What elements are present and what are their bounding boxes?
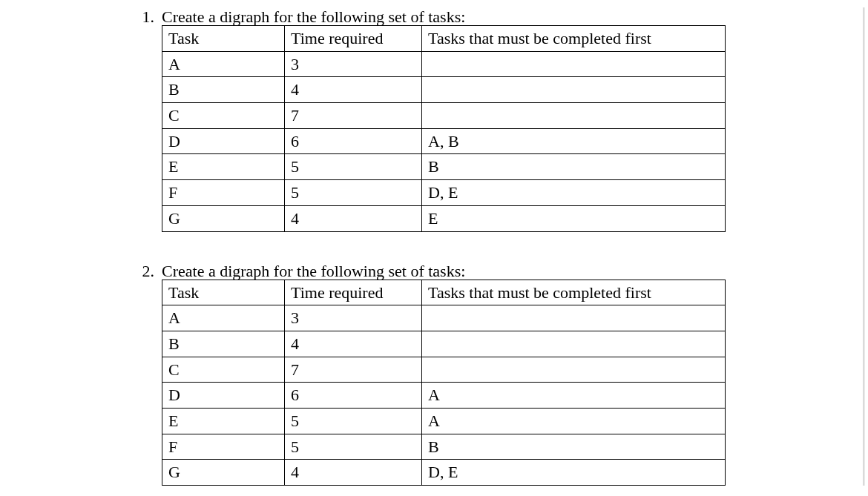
- cell-time: 5: [285, 154, 422, 180]
- table-row: F 5 B: [162, 434, 726, 460]
- cell-task: C: [162, 357, 285, 383]
- table-row: F 5 D, E: [162, 180, 726, 206]
- cell-prereq: B: [422, 434, 726, 460]
- cell-prereq: [422, 331, 726, 357]
- question-header: 1. Create a digraph for the following se…: [134, 7, 779, 27]
- table-row: B 4: [162, 77, 726, 103]
- cell-task: G: [162, 460, 285, 486]
- cell-prereq: A, B: [422, 128, 726, 154]
- cell-prereq: [422, 357, 726, 383]
- cell-task: G: [162, 205, 285, 231]
- table-row: A 3: [162, 305, 726, 331]
- cell-prereq: E: [422, 205, 726, 231]
- page-edge-shadow: [863, 7, 865, 486]
- question-prompt: Create a digraph for the following set o…: [162, 7, 779, 27]
- table-row: A 3: [162, 51, 726, 77]
- cell-time: 6: [285, 128, 422, 154]
- cell-prereq: [422, 51, 726, 77]
- cell-task: C: [162, 103, 285, 129]
- cell-prereq: [422, 305, 726, 331]
- header-task: Task: [162, 26, 285, 52]
- cell-task: F: [162, 434, 285, 460]
- cell-time: 4: [285, 331, 422, 357]
- cell-time: 7: [285, 103, 422, 129]
- content: 1. Create a digraph for the following se…: [0, 7, 868, 486]
- table-row: D 6 A: [162, 383, 726, 409]
- question-number: 1.: [134, 7, 162, 27]
- cell-prereq: [422, 103, 726, 129]
- cell-task: D: [162, 383, 285, 409]
- cell-time: 6: [285, 383, 422, 409]
- cell-prereq: B: [422, 154, 726, 180]
- table-row: G 4 D, E: [162, 460, 726, 486]
- cell-task: B: [162, 77, 285, 103]
- cell-time: 3: [285, 51, 422, 77]
- cell-prereq: D, E: [422, 180, 726, 206]
- cell-time: 5: [285, 408, 422, 434]
- cell-task: E: [162, 154, 285, 180]
- cell-task: D: [162, 128, 285, 154]
- cell-task: A: [162, 305, 285, 331]
- table-row: D 6 A, B: [162, 128, 726, 154]
- cell-task: B: [162, 331, 285, 357]
- page: 1. Create a digraph for the following se…: [0, 7, 868, 486]
- question-2: 2. Create a digraph for the following se…: [134, 262, 779, 486]
- header-task: Task: [162, 280, 285, 305]
- cell-time: 5: [285, 434, 422, 460]
- header-time: Time required: [285, 280, 422, 305]
- cell-task: F: [162, 180, 285, 206]
- cell-prereq: A: [422, 408, 726, 434]
- question-header: 2. Create a digraph for the following se…: [134, 262, 779, 281]
- table-row: B 4: [162, 331, 726, 357]
- table-row: C 7: [162, 357, 726, 383]
- cell-task: A: [162, 51, 285, 77]
- cell-time: 4: [285, 205, 422, 231]
- cell-time: 7: [285, 357, 422, 383]
- cell-time: 3: [285, 305, 422, 331]
- table-row: C 7: [162, 103, 726, 129]
- table-row: E 5 B: [162, 154, 726, 180]
- task-table-1: Task Time required Tasks that must be co…: [162, 25, 726, 232]
- header-time: Time required: [285, 26, 422, 52]
- question-number: 2.: [134, 262, 162, 281]
- cell-time: 4: [285, 77, 422, 103]
- task-table-2: Task Time required Tasks that must be co…: [162, 280, 726, 486]
- cell-task: E: [162, 408, 285, 434]
- cell-prereq: [422, 77, 726, 103]
- table-header-row: Task Time required Tasks that must be co…: [162, 280, 726, 305]
- cell-time: 5: [285, 180, 422, 206]
- cell-prereq: D, E: [422, 460, 726, 486]
- header-prereq: Tasks that must be completed first: [422, 26, 726, 52]
- cell-prereq: A: [422, 383, 726, 409]
- table-row: E 5 A: [162, 408, 726, 434]
- table-header-row: Task Time required Tasks that must be co…: [162, 26, 726, 52]
- question-prompt: Create a digraph for the following set o…: [162, 262, 779, 281]
- table-row: G 4 E: [162, 205, 726, 231]
- question-1: 1. Create a digraph for the following se…: [134, 7, 779, 232]
- cell-time: 4: [285, 460, 422, 486]
- header-prereq: Tasks that must be completed first: [422, 280, 726, 305]
